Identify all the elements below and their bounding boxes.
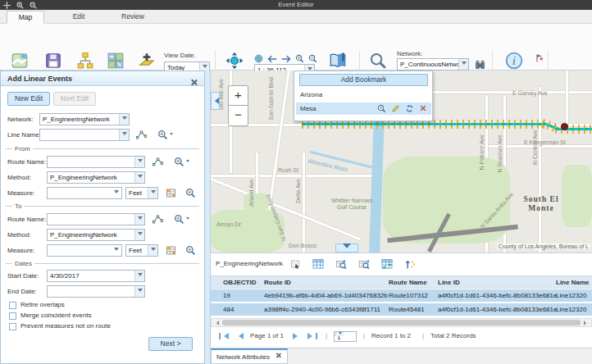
- column-header-route-id[interactable]: Route ID: [264, 276, 291, 289]
- close-icon[interactable]: [275, 351, 282, 363]
- next-button[interactable]: Next >: [148, 337, 193, 351]
- dropdown-arrow-icon[interactable]: [335, 332, 344, 336]
- start-date-combo[interactable]: 4/30/2017: [47, 270, 145, 282]
- scroll-right-icon[interactable]: [584, 321, 589, 325]
- add-bookmark-button[interactable]: Add Bookmark: [299, 74, 428, 86]
- edit-bookmark-icon[interactable]: [390, 103, 400, 113]
- retire-overlaps-checkbox[interactable]: [9, 302, 16, 309]
- bookmark-item-arizona[interactable]: Arizona: [296, 89, 431, 101]
- previous-page-button[interactable]: [235, 333, 244, 339]
- to-measure-combo[interactable]: [47, 244, 122, 257]
- selection-icon[interactable]: [289, 257, 302, 271]
- pan-to-selection-icon[interactable]: [357, 257, 371, 271]
- tab-network-attributes[interactable]: Network Attributes: [211, 348, 288, 364]
- zoom-to-measure-icon[interactable]: [184, 244, 197, 257]
- tab-review[interactable]: Review: [113, 11, 153, 24]
- dropdown-arrow-icon[interactable]: [134, 157, 144, 167]
- binoculars-icon[interactable]: [474, 58, 486, 71]
- from-route-name-combo[interactable]: [47, 156, 145, 168]
- dropdown-arrow-icon[interactable]: [112, 245, 121, 256]
- measure-grid-icon[interactable]: [165, 244, 177, 257]
- next-edit-button[interactable]: Next Edit: [53, 92, 96, 106]
- select-line-on-map-icon[interactable]: [135, 129, 148, 141]
- map-zoom-in-button[interactable]: +: [228, 85, 248, 106]
- tab-map[interactable]: Map: [7, 11, 44, 24]
- tab-edit[interactable]: Edit: [62, 11, 95, 24]
- dropdown-arrow-icon[interactable]: [148, 245, 157, 256]
- route-point-marker[interactable]: [561, 123, 568, 130]
- network-combo[interactable]: P_EngineeringNetwork: [39, 113, 130, 125]
- prevent-measures-label: Prevent measures not on route: [20, 322, 111, 330]
- table-splitter-button[interactable]: [335, 243, 358, 253]
- from-method-value: P_EngineeringNetwork: [48, 172, 134, 183]
- dropdown-arrow-icon[interactable]: [134, 286, 144, 297]
- dropdown-arrow-icon[interactable]: [134, 271, 144, 281]
- from-unit-combo[interactable]: Feet: [125, 187, 158, 199]
- delete-bookmark-icon[interactable]: [418, 103, 428, 113]
- to-method-combo[interactable]: P_EngineeringNetwork: [47, 229, 145, 241]
- select-route-on-map-icon[interactable]: [152, 213, 164, 225]
- column-header-line-id[interactable]: Line ID: [438, 276, 460, 289]
- horizontal-scrollbar[interactable]: [211, 318, 592, 327]
- svg-text:i: i: [512, 55, 516, 67]
- table-icon[interactable]: [312, 257, 325, 271]
- separator: |: [326, 330, 327, 342]
- bookmark-item-mesa[interactable]: Mesa: [296, 102, 431, 115]
- new-edit-button[interactable]: New Edit: [7, 92, 50, 106]
- zoom-to-bookmark-icon[interactable]: [376, 103, 386, 113]
- panel-splitter[interactable]: [205, 71, 211, 364]
- merge-coincident-checkbox[interactable]: [9, 312, 16, 320]
- dropdown-arrow-icon[interactable]: [112, 188, 121, 198]
- column-header-objectid[interactable]: OBJECTID: [223, 276, 256, 289]
- end-date-combo[interactable]: [47, 285, 145, 298]
- to-unit-combo[interactable]: Feet: [125, 244, 158, 257]
- collapse-panel-button[interactable]: [211, 92, 220, 110]
- column-header-route-name[interactable]: Route Name: [389, 276, 427, 289]
- close-icon[interactable]: [190, 75, 198, 89]
- to-route-name-combo[interactable]: [47, 213, 145, 225]
- search-route-icon[interactable]: [171, 213, 191, 225]
- zoom-to-selection-icon[interactable]: [335, 257, 348, 271]
- dropdown-arrow-icon[interactable]: [134, 172, 144, 183]
- line-name-combo[interactable]: [39, 129, 130, 141]
- column-header-line-name[interactable]: Line Name: [556, 276, 589, 289]
- dropdown-arrow-icon[interactable]: [134, 230, 144, 240]
- flag-icon[interactable]: [533, 52, 545, 64]
- table-row[interactable]: 484 a398ff4c-2940-4c00-96b6-c6343f8f1711…: [211, 303, 592, 316]
- measure-grid-icon[interactable]: [165, 187, 177, 199]
- to-section-legend: To: [6, 202, 199, 210]
- select-route-on-map-icon[interactable]: [152, 156, 164, 168]
- dropdown-arrow-icon[interactable]: [119, 130, 129, 140]
- view-date-label: View Date:: [164, 52, 196, 59]
- search-line-icon[interactable]: [155, 129, 175, 141]
- network-value: P_ContinuousNetwork: [398, 59, 458, 70]
- next-page-button[interactable]: [293, 333, 301, 339]
- from-method-combo[interactable]: P_EngineeringNetwork: [47, 171, 145, 184]
- dropdown-arrow-icon[interactable]: [148, 188, 157, 198]
- road: [539, 87, 541, 253]
- refresh-bookmark-icon[interactable]: [404, 103, 414, 113]
- network-combo[interactable]: P_ContinuousNetwork: [397, 58, 469, 71]
- window-title: Event Editor: [0, 0, 592, 10]
- sort-icon[interactable]: [403, 257, 417, 271]
- scrollbar-thumb[interactable]: [222, 320, 581, 325]
- refresh-table-icon[interactable]: [380, 257, 394, 271]
- page-number-combo[interactable]: 1: [334, 331, 357, 342]
- zoom-to-measure-icon[interactable]: [184, 187, 197, 199]
- merge-coincident-label: Merge coincident events: [20, 312, 92, 319]
- dropdown-arrow-icon[interactable]: [119, 114, 129, 125]
- scroll-left-icon[interactable]: [214, 321, 219, 325]
- network-label: Network:: [7, 116, 34, 123]
- dropdown-arrow-icon[interactable]: [134, 214, 144, 225]
- first-page-button[interactable]: [219, 333, 229, 339]
- table-row[interactable]: 19 4eb9419b-af6b-4d04-ab69-1d403476832b …: [211, 289, 592, 303]
- network-value: P_EngineeringNetwork: [40, 114, 119, 125]
- dropdown-arrow-icon[interactable]: [458, 59, 468, 70]
- city-label: South El Monte: [516, 195, 567, 213]
- from-measure-combo[interactable]: [47, 187, 122, 199]
- prevent-measures-checkbox[interactable]: [9, 323, 16, 330]
- map-zoom-out-button[interactable]: −: [228, 106, 248, 126]
- last-page-button[interactable]: [307, 333, 317, 339]
- add-linear-events-panel: Add Linear Events New Edit Next Edit Net…: [0, 71, 205, 364]
- search-route-icon[interactable]: [171, 156, 191, 168]
